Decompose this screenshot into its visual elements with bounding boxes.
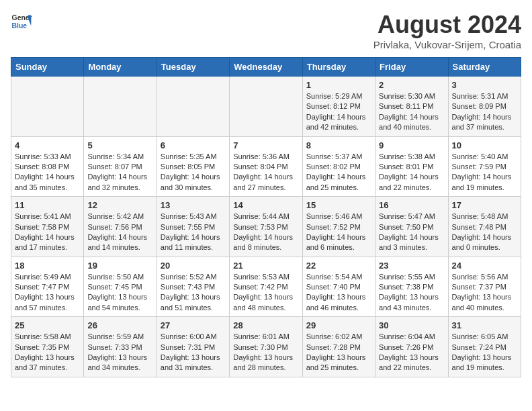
calendar-week-row: 25Sunrise: 5:58 AMSunset: 7:35 PMDayligh… [11,317,521,377]
calendar-cell: 4Sunrise: 5:33 AMSunset: 8:08 PMDaylight… [11,136,84,197]
day-info: Sunrise: 5:58 AMSunset: 7:35 PMDaylight:… [15,332,80,373]
day-number: 22 [306,261,371,271]
day-number: 28 [233,320,298,330]
calendar-cell: 22Sunrise: 5:54 AMSunset: 7:40 PMDayligh… [302,257,375,317]
calendar-cell: 27Sunrise: 6:00 AMSunset: 7:31 PMDayligh… [157,317,229,377]
day-number: 24 [452,261,517,271]
day-number: 6 [161,140,226,150]
day-info: Sunrise: 5:53 AMSunset: 7:42 PMDaylight:… [233,272,298,314]
day-number: 9 [379,140,444,150]
day-number: 4 [15,140,80,150]
day-of-week-header: Saturday [448,58,521,77]
calendar-cell: 5Sunrise: 5:34 AMSunset: 8:07 PMDaylight… [84,136,157,197]
day-info: Sunrise: 5:42 AMSunset: 7:56 PMDaylight:… [87,212,152,253]
day-info: Sunrise: 5:47 AMSunset: 7:50 PMDaylight:… [379,212,444,253]
calendar-cell: 31Sunrise: 6:05 AMSunset: 7:24 PMDayligh… [448,317,521,377]
day-number: 25 [15,320,80,330]
day-number: 8 [306,140,371,150]
day-number: 1 [306,80,371,90]
calendar-cell: 16Sunrise: 5:47 AMSunset: 7:50 PMDayligh… [375,197,448,257]
calendar-header-row: SundayMondayTuesdayWednesdayThursdayFrid… [11,58,521,77]
day-info: Sunrise: 5:54 AMSunset: 7:40 PMDaylight:… [306,272,371,314]
day-info: Sunrise: 5:40 AMSunset: 7:59 PMDaylight:… [452,152,517,193]
day-number: 20 [161,261,226,271]
day-number: 10 [452,140,517,150]
day-info: Sunrise: 6:02 AMSunset: 7:28 PMDaylight:… [306,332,371,373]
day-info: Sunrise: 5:44 AMSunset: 7:53 PMDaylight:… [233,212,298,253]
day-info: Sunrise: 5:37 AMSunset: 8:02 PMDaylight:… [306,152,371,193]
day-of-week-header: Thursday [302,58,375,77]
day-of-week-header: Monday [84,58,157,77]
day-number: 19 [87,261,152,271]
day-info: Sunrise: 5:30 AMSunset: 8:11 PMDaylight:… [379,91,444,133]
day-of-week-header: Tuesday [157,58,229,77]
calendar-cell [11,77,84,137]
day-number: 26 [87,320,152,330]
day-number: 15 [306,200,371,210]
calendar-week-row: 4Sunrise: 5:33 AMSunset: 8:08 PMDaylight… [11,136,521,197]
day-info: Sunrise: 5:59 AMSunset: 7:33 PMDaylight:… [87,332,152,373]
day-number: 14 [233,200,298,210]
calendar-cell: 28Sunrise: 6:01 AMSunset: 7:30 PMDayligh… [230,317,302,377]
day-number: 23 [379,261,444,271]
day-info: Sunrise: 5:29 AMSunset: 8:12 PMDaylight:… [306,91,371,133]
logo-icon: General Blue [11,11,32,32]
calendar-cell [157,77,229,137]
page-subtitle: Privlaka, Vukovar-Srijem, Croatia [373,39,521,50]
day-info: Sunrise: 5:56 AMSunset: 7:37 PMDaylight:… [452,272,517,314]
calendar-cell [84,77,157,137]
day-number: 3 [452,80,517,90]
day-number: 31 [452,320,517,330]
title-area: August 2024 Privlaka, Vukovar-Srijem, Cr… [373,11,521,50]
calendar-cell: 29Sunrise: 6:02 AMSunset: 7:28 PMDayligh… [302,317,375,377]
svg-text:Blue: Blue [12,22,28,30]
day-of-week-header: Friday [375,58,448,77]
calendar-cell: 8Sunrise: 5:37 AMSunset: 8:02 PMDaylight… [302,136,375,197]
day-info: Sunrise: 6:01 AMSunset: 7:30 PMDaylight:… [233,332,298,373]
calendar-cell: 3Sunrise: 5:31 AMSunset: 8:09 PMDaylight… [448,77,521,137]
calendar-cell: 25Sunrise: 5:58 AMSunset: 7:35 PMDayligh… [11,317,84,377]
calendar-week-row: 11Sunrise: 5:41 AMSunset: 7:58 PMDayligh… [11,197,521,257]
calendar-cell: 9Sunrise: 5:38 AMSunset: 8:01 PMDaylight… [375,136,448,197]
day-of-week-header: Sunday [11,58,84,77]
calendar-cell: 19Sunrise: 5:50 AMSunset: 7:45 PMDayligh… [84,257,157,317]
day-number: 29 [306,320,371,330]
day-info: Sunrise: 6:00 AMSunset: 7:31 PMDaylight:… [161,332,226,373]
calendar-cell: 26Sunrise: 5:59 AMSunset: 7:33 PMDayligh… [84,317,157,377]
day-number: 11 [15,200,80,210]
calendar-cell: 1Sunrise: 5:29 AMSunset: 8:12 PMDaylight… [302,77,375,137]
calendar-cell: 24Sunrise: 5:56 AMSunset: 7:37 PMDayligh… [448,257,521,317]
calendar-cell: 30Sunrise: 6:04 AMSunset: 7:26 PMDayligh… [375,317,448,377]
day-info: Sunrise: 5:33 AMSunset: 8:08 PMDaylight:… [15,152,80,193]
day-number: 30 [379,320,444,330]
day-info: Sunrise: 5:48 AMSunset: 7:48 PMDaylight:… [452,212,517,253]
day-info: Sunrise: 5:49 AMSunset: 7:47 PMDaylight:… [15,272,80,314]
day-number: 2 [379,80,444,90]
calendar-cell: 18Sunrise: 5:49 AMSunset: 7:47 PMDayligh… [11,257,84,317]
day-info: Sunrise: 5:34 AMSunset: 8:07 PMDaylight:… [87,152,152,193]
calendar-cell: 12Sunrise: 5:42 AMSunset: 7:56 PMDayligh… [84,197,157,257]
calendar-cell [230,77,302,137]
calendar-cell: 21Sunrise: 5:53 AMSunset: 7:42 PMDayligh… [230,257,302,317]
calendar-cell: 6Sunrise: 5:35 AMSunset: 8:05 PMDaylight… [157,136,229,197]
calendar-cell: 13Sunrise: 5:43 AMSunset: 7:55 PMDayligh… [157,197,229,257]
day-info: Sunrise: 5:50 AMSunset: 7:45 PMDaylight:… [87,272,152,314]
day-info: Sunrise: 5:52 AMSunset: 7:43 PMDaylight:… [161,272,226,314]
calendar-cell: 23Sunrise: 5:55 AMSunset: 7:38 PMDayligh… [375,257,448,317]
day-info: Sunrise: 5:35 AMSunset: 8:05 PMDaylight:… [161,152,226,193]
day-number: 17 [452,200,517,210]
day-number: 21 [233,261,298,271]
page-title: August 2024 [373,11,521,39]
calendar-cell: 14Sunrise: 5:44 AMSunset: 7:53 PMDayligh… [230,197,302,257]
calendar-week-row: 1Sunrise: 5:29 AMSunset: 8:12 PMDaylight… [11,77,521,137]
day-info: Sunrise: 5:41 AMSunset: 7:58 PMDaylight:… [15,212,80,253]
day-info: Sunrise: 5:46 AMSunset: 7:52 PMDaylight:… [306,212,371,253]
day-number: 27 [161,320,226,330]
day-info: Sunrise: 5:36 AMSunset: 8:04 PMDaylight:… [233,152,298,193]
calendar-cell: 15Sunrise: 5:46 AMSunset: 7:52 PMDayligh… [302,197,375,257]
day-info: Sunrise: 5:55 AMSunset: 7:38 PMDaylight:… [379,272,444,314]
header: General Blue August 2024 Privlaka, Vukov… [11,11,521,50]
day-number: 5 [87,140,152,150]
day-number: 16 [379,200,444,210]
day-info: Sunrise: 6:04 AMSunset: 7:26 PMDaylight:… [379,332,444,373]
